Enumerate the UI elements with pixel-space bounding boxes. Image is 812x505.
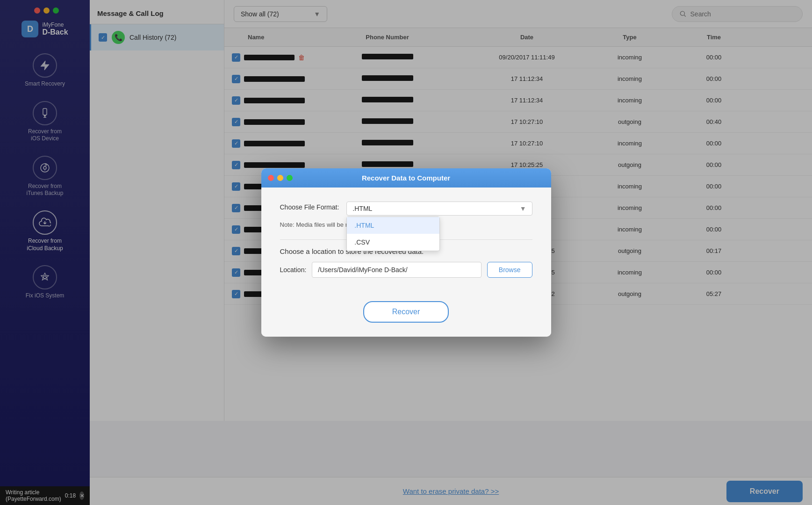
modal-close-button[interactable] [268, 175, 274, 181]
modal-body: Choose File Format: .HTML ▼ .HTML .CSV N… [261, 188, 551, 292]
modal-titlebar: Recover Data to Computer [261, 168, 551, 188]
browse-button[interactable]: Browse [487, 262, 532, 278]
format-row: Choose File Format: .HTML ▼ .HTML .CSV [280, 202, 532, 216]
modal-title: Recover Data to Computer [362, 174, 450, 182]
format-options-menu: .HTML .CSV [346, 216, 440, 251]
location-label: Location: [280, 266, 307, 274]
location-row: Location: Browse [280, 262, 532, 278]
format-selected: .HTML [352, 205, 372, 212]
format-label: Choose File Format: [280, 202, 339, 211]
modal-minimize-button[interactable] [277, 175, 283, 181]
format-option-html[interactable]: .HTML [347, 217, 439, 234]
modal-recover-button[interactable]: Recover [363, 301, 449, 323]
location-input[interactable] [312, 262, 481, 278]
modal-maximize-button[interactable] [287, 175, 293, 181]
modal-traffic-lights [268, 175, 293, 181]
format-arrow-icon: ▼ [520, 205, 526, 212]
modal-footer: Recover [261, 292, 551, 337]
format-dropdown-container: .HTML ▼ .HTML .CSV [346, 202, 532, 216]
modal-overlay: Recover Data to Computer Choose File For… [0, 0, 812, 505]
format-option-csv[interactable]: .CSV [347, 234, 439, 251]
format-dropdown[interactable]: .HTML ▼ [346, 202, 532, 216]
recover-modal: Recover Data to Computer Choose File For… [261, 168, 551, 337]
